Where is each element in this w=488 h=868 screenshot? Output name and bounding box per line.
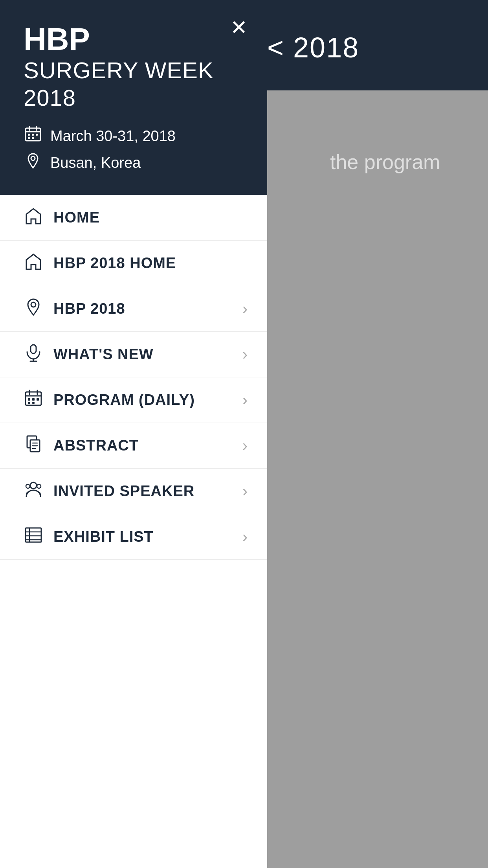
nav-item-hbp-2018-home[interactable]: HBP 2018 HOME (0, 241, 267, 286)
svg-rect-4 (28, 134, 30, 136)
svg-rect-22 (32, 402, 35, 404)
svg-point-28 (30, 482, 37, 489)
calendar-nav-icon (20, 389, 47, 412)
drawer-header: ✕ HBP SURGERY WEEK 2018 (0, 0, 267, 195)
navigation-drawer: ✕ HBP SURGERY WEEK 2018 (0, 0, 267, 868)
background-header-title: < 2018 (267, 31, 359, 64)
drawer-meta-date: March 30-31, 2018 (50, 128, 176, 145)
list-icon (20, 526, 47, 548)
nav-item-abstract[interactable]: ABSTRACT › (0, 423, 267, 469)
nav-item-exhibit-list[interactable]: EXHIBIT LIST › (0, 514, 267, 560)
chevron-abstract: › (242, 437, 248, 454)
nav-label-home: HOME (47, 209, 248, 226)
drawer-spacer (0, 560, 267, 868)
nav-label-whats-new: WHAT'S NEW (47, 346, 242, 363)
svg-rect-18 (28, 398, 30, 401)
chevron-exhibit-list: › (242, 528, 248, 546)
nav-list: HOME HBP 2018 HOME HBP 2018 › (0, 195, 267, 868)
background-program-text: the program (330, 150, 440, 174)
svg-rect-11 (31, 345, 36, 353)
nav-label-abstract: ABSTRACT (47, 437, 242, 454)
nav-label-exhibit-list: EXHIBIT LIST (47, 528, 242, 545)
home-icon (20, 206, 47, 229)
nav-item-hbp-2018[interactable]: HBP 2018 › (0, 286, 267, 332)
drawer-title-surgery: SURGERY WEEK 2018 (24, 57, 248, 111)
chevron-whats-new: › (242, 346, 248, 363)
doc-icon (20, 434, 47, 457)
nav-item-whats-new[interactable]: WHAT'S NEW › (0, 332, 267, 377)
chevron-hbp-2018: › (242, 300, 248, 318)
users-icon (20, 480, 47, 503)
drawer-meta: March 30-31, 2018 Busan, Korea (24, 125, 248, 173)
mic-icon (20, 343, 47, 366)
svg-rect-19 (32, 398, 35, 401)
nav-item-invited-speaker[interactable]: INVITED SPEAKER › (0, 469, 267, 514)
close-button[interactable]: ✕ (230, 17, 248, 38)
nav-item-program-daily[interactable]: PROGRAM (DAILY) › (0, 377, 267, 423)
nav-label-hbp-2018: HBP 2018 (47, 300, 242, 317)
svg-rect-7 (28, 137, 30, 139)
svg-rect-6 (36, 134, 38, 136)
chevron-invited-speaker: › (242, 482, 248, 500)
drawer-meta-location-row: Busan, Korea (24, 152, 248, 173)
location-meta-icon (24, 152, 42, 173)
chevron-program-daily: › (242, 391, 248, 409)
svg-rect-21 (28, 402, 30, 404)
nav-label-hbp-2018-home: HBP 2018 HOME (47, 255, 248, 272)
svg-point-10 (31, 302, 36, 307)
drawer-meta-location: Busan, Korea (50, 154, 141, 171)
nav-item-home[interactable]: HOME (0, 195, 267, 241)
nav-label-invited-speaker: INVITED SPEAKER (47, 483, 242, 500)
drawer-meta-date-row: March 30-31, 2018 (24, 125, 248, 147)
svg-rect-5 (32, 134, 34, 136)
nav-label-program-daily: PROGRAM (DAILY) (47, 392, 242, 408)
svg-point-30 (26, 484, 30, 488)
svg-rect-20 (37, 398, 39, 401)
location-nav-icon (20, 298, 47, 320)
calendar-meta-icon (24, 125, 42, 147)
svg-point-9 (31, 156, 35, 160)
home2-icon (20, 252, 47, 275)
svg-point-29 (37, 484, 41, 488)
svg-rect-8 (32, 137, 34, 139)
drawer-title-hbp: HBP (24, 24, 248, 55)
